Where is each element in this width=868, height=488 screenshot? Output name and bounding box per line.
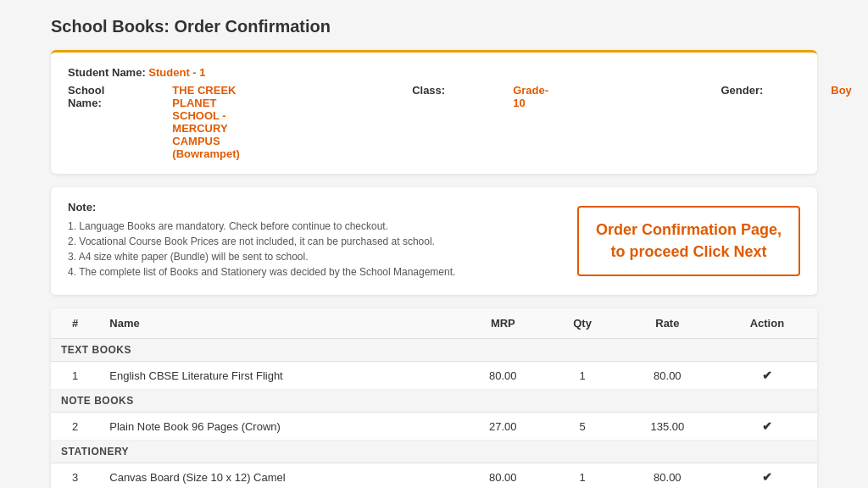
table-header-row: # Name MRP Qty Rate Action	[51, 308, 817, 339]
order-table: # Name MRP Qty Rate Action TEXT BOOKS 1 …	[51, 308, 817, 488]
page-title: School Books: Order Confirmation	[51, 17, 817, 36]
row2-mrp: 27.00	[459, 413, 547, 441]
row3-mrp: 80.00	[459, 463, 547, 489]
class-value: Grade-10	[513, 84, 548, 160]
row3-qty: 1	[547, 463, 618, 489]
row1-action: ✔	[717, 362, 817, 390]
row1-qty: 1	[547, 362, 618, 390]
order-table-card: # Name MRP Qty Rate Action TEXT BOOKS 1 …	[51, 308, 817, 488]
student-info-card: Student Name: Student - 1 School Name: T…	[51, 50, 817, 174]
student-name-label: Student Name:	[68, 66, 146, 79]
section-header-notebooks: NOTE BOOKS	[51, 390, 817, 413]
table-row: 2 Plain Note Book 96 Pages (Crown) 27.00…	[51, 413, 817, 441]
note-item-4: 4. The complete list of Books and Statio…	[68, 266, 577, 278]
row2-action: ✔	[717, 413, 817, 441]
row2-rate: 135.00	[618, 413, 717, 441]
row1-rate: 80.00	[618, 362, 717, 390]
row2-num: 2	[51, 413, 99, 441]
col-name: Name	[99, 308, 459, 339]
school-name-value: THE CREEK PLANET SCHOOL - MERCURY CAMPUS…	[172, 84, 239, 160]
table-row: 3 Canvas Board (Size 10 x 12) Camel 80.0…	[51, 463, 817, 489]
note-list: 1. Language Books are mandatory. Check b…	[68, 220, 577, 278]
callout-line1: Order Confirmation Page,	[596, 221, 782, 238]
row2-name: Plain Note Book 96 Pages (Crown)	[99, 413, 459, 441]
row3-num: 3	[51, 463, 99, 489]
student-name-value: Student - 1	[148, 66, 205, 79]
note-title: Note:	[68, 201, 577, 214]
callout-line2: to proceed Click Next	[610, 243, 766, 260]
col-qty: Qty	[547, 308, 618, 339]
school-info-row: School Name: THE CREEK PLANET SCHOOL - M…	[68, 84, 800, 160]
note-item-3: 3. A4 size white paper (Bundle) will be …	[68, 251, 577, 263]
callout-box: Order Confirmation Page, to proceed Clic…	[577, 206, 800, 275]
row2-qty: 5	[547, 413, 618, 441]
gender-label: Gender:	[721, 84, 763, 160]
col-action: Action	[717, 308, 817, 339]
row1-name: English CBSE Literature First Flight	[99, 362, 459, 390]
school-name-label: School Name:	[68, 84, 104, 160]
table-row: 1 English CBSE Literature First Flight 8…	[51, 362, 817, 390]
col-rate: Rate	[618, 308, 717, 339]
note-item-1: 1. Language Books are mandatory. Check b…	[68, 220, 577, 232]
student-name-row: Student Name: Student - 1	[68, 66, 800, 79]
note-section: Note: 1. Language Books are mandatory. C…	[68, 201, 577, 281]
gender-value: Boy	[831, 84, 852, 160]
note-item-2: 2. Vocational Course Book Prices are not…	[68, 236, 577, 247]
note-card: Note: 1. Language Books are mandatory. C…	[51, 187, 817, 295]
section-header-stationery: STATIONERY	[51, 441, 817, 463]
col-num: #	[51, 308, 99, 339]
col-mrp: MRP	[459, 308, 547, 339]
page-wrapper: School Books: Order Confirmation Student…	[0, 0, 868, 488]
row3-action: ✔	[717, 463, 817, 489]
row1-num: 1	[51, 362, 99, 390]
row1-mrp: 80.00	[459, 362, 547, 390]
class-label: Class:	[412, 84, 445, 160]
row3-name: Canvas Board (Size 10 x 12) Camel	[99, 463, 459, 489]
row3-rate: 80.00	[618, 463, 717, 489]
section-header-textbooks: TEXT BOOKS	[51, 339, 817, 362]
